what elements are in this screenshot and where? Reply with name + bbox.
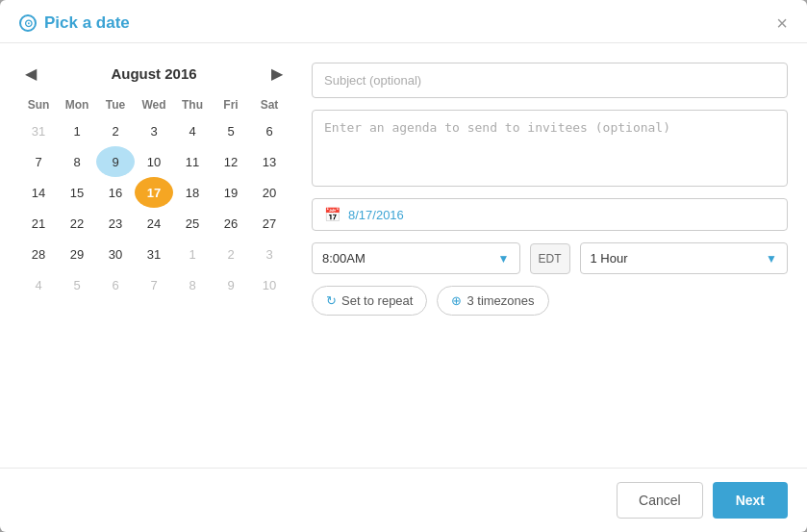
calendar-day[interactable]: 5	[212, 115, 250, 146]
timezone-badge: EDT	[530, 243, 570, 274]
weekday-header: Tue	[96, 94, 135, 115]
timezone-globe-icon: ⊕	[451, 293, 462, 308]
calendar-day[interactable]: 8	[58, 146, 96, 177]
calendar-week-row: 21222324252627	[19, 208, 289, 239]
close-button[interactable]: ×	[776, 13, 788, 33]
duration-value: 1 Hour	[591, 251, 763, 266]
pick-a-date-modal: ⊙ Pick a date × ◀ August 2016 ▶ SunMonTu…	[0, 0, 807, 532]
calendar-day[interactable]: 5	[58, 269, 96, 300]
calendar-day[interactable]: 7	[135, 269, 173, 300]
calendar-day[interactable]: 4	[19, 269, 58, 300]
calendar-day[interactable]: 1	[173, 239, 212, 269]
calendar-day[interactable]: 10	[250, 269, 289, 300]
calendar-day[interactable]: 30	[96, 239, 135, 269]
calendar-day[interactable]: 16	[96, 177, 135, 208]
modal-footer: Cancel Next	[0, 468, 807, 532]
calendar-day[interactable]: 9	[96, 146, 135, 177]
next-month-button[interactable]: ▶	[265, 63, 289, 85]
calendar: ◀ August 2016 ▶ SunMonTueWedThuFriSat 31…	[19, 63, 289, 468]
calendar-day[interactable]: 1	[58, 115, 96, 146]
calendar-day[interactable]: 11	[173, 146, 212, 177]
cancel-button[interactable]: Cancel	[617, 482, 703, 519]
calendar-date-icon: 📅	[324, 207, 340, 222]
next-button[interactable]: Next	[713, 482, 788, 519]
calendar-day[interactable]: 18	[173, 177, 212, 208]
weekday-header: Sat	[250, 94, 289, 115]
calendar-day[interactable]: 31	[19, 115, 58, 146]
calendar-header: ◀ August 2016 ▶	[19, 63, 289, 85]
calendar-day[interactable]: 29	[58, 239, 96, 269]
calendar-day[interactable]: 20	[250, 177, 289, 208]
date-value: 8/17/2016	[348, 208, 404, 222]
calendar-day[interactable]: 27	[250, 208, 289, 239]
calendar-day[interactable]: 6	[96, 269, 135, 300]
calendar-day[interactable]: 23	[96, 208, 135, 239]
date-field[interactable]: 📅 8/17/2016	[312, 198, 788, 231]
calendar-grid: SunMonTueWedThuFriSat 311234567891011121…	[19, 94, 289, 300]
calendar-month-year: August 2016	[111, 65, 196, 82]
calendar-day[interactable]: 26	[212, 208, 250, 239]
timezones-label: 3 timezones	[467, 293, 534, 308]
calendar-week-row: 45678910	[19, 269, 289, 300]
right-panel: 📅 8/17/2016 8:00AM ▼ EDT 1 Hour ▼	[312, 63, 788, 468]
duration-select[interactable]: 1 Hour ▼	[580, 242, 789, 274]
calendar-day[interactable]: 28	[19, 239, 58, 269]
time-dropdown-arrow: ▼	[498, 252, 510, 266]
calendar-day[interactable]: 3	[250, 239, 289, 269]
calendar-week-row: 78910111213	[19, 146, 289, 177]
agenda-textarea[interactable]	[312, 110, 788, 187]
time-select[interactable]: 8:00AM ▼	[312, 242, 520, 274]
calendar-week-row: 31123456	[19, 115, 289, 146]
weekday-header: Wed	[135, 94, 173, 115]
set-to-repeat-button[interactable]: ↻ Set to repeat	[312, 286, 427, 316]
calendar-day[interactable]: 19	[212, 177, 250, 208]
modal-body: ◀ August 2016 ▶ SunMonTueWedThuFriSat 31…	[0, 43, 807, 468]
calendar-day[interactable]: 15	[58, 177, 96, 208]
calendar-day[interactable]: 14	[19, 177, 58, 208]
prev-month-button[interactable]: ◀	[19, 63, 42, 85]
calendar-week-row: 28293031123	[19, 239, 289, 269]
calendar-weekdays-row: SunMonTueWedThuFriSat	[19, 94, 289, 115]
calendar-day[interactable]: 6	[250, 115, 289, 146]
calendar-day[interactable]: 13	[250, 146, 289, 177]
weekday-header: Mon	[58, 94, 96, 115]
calendar-day[interactable]: 17	[135, 177, 173, 208]
calendar-day[interactable]: 2	[96, 115, 135, 146]
modal-title: ⊙ Pick a date	[19, 13, 130, 33]
calendar-day[interactable]: 21	[19, 208, 58, 239]
calendar-day[interactable]: 31	[135, 239, 173, 269]
weekday-header: Fri	[212, 94, 250, 115]
weekday-header: Thu	[173, 94, 212, 115]
calendar-day[interactable]: 10	[135, 146, 173, 177]
calendar-day[interactable]: 12	[212, 146, 250, 177]
calendar-day[interactable]: 9	[212, 269, 250, 300]
calendar-day[interactable]: 7	[19, 146, 58, 177]
modal-header: ⊙ Pick a date ×	[0, 0, 807, 43]
set-to-repeat-label: Set to repeat	[341, 293, 413, 308]
calendar-day[interactable]: 2	[212, 239, 250, 269]
subject-input[interactable]	[312, 63, 788, 98]
calendar-icon: ⊙	[19, 14, 37, 32]
duration-dropdown-arrow: ▼	[766, 252, 777, 266]
calendar-day[interactable]: 22	[58, 208, 96, 239]
calendar-day[interactable]: 4	[173, 115, 212, 146]
time-value: 8:00AM	[322, 251, 494, 266]
weekday-header: Sun	[19, 94, 58, 115]
modal-title-text: Pick a date	[44, 13, 130, 33]
actions-row: ↻ Set to repeat ⊕ 3 timezones	[312, 286, 788, 316]
time-row: 8:00AM ▼ EDT 1 Hour ▼	[312, 242, 788, 274]
calendar-day[interactable]: 24	[135, 208, 173, 239]
calendar-body: 3112345678910111213141516171819202122232…	[19, 115, 289, 300]
calendar-week-row: 14151617181920	[19, 177, 289, 208]
timezones-button[interactable]: ⊕ 3 timezones	[437, 286, 548, 316]
repeat-icon: ↻	[326, 293, 337, 308]
calendar-day[interactable]: 8	[173, 269, 212, 300]
calendar-day[interactable]: 25	[173, 208, 212, 239]
calendar-day[interactable]: 3	[135, 115, 173, 146]
